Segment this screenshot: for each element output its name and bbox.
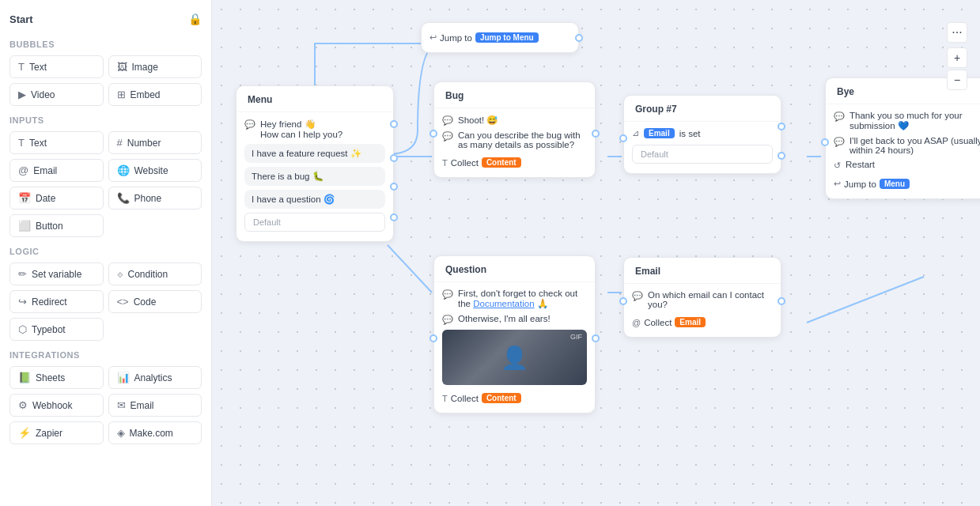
flow-canvas[interactable]: ↩ Jump to Jump to Menu Menu 💬 Hey friend… [212,0,980,506]
question-left-connector [429,334,437,342]
email-label: Email [33,165,57,176]
analytics-icon: 📊 [117,372,130,383]
question-right-connector [592,334,600,342]
sidebar-item-condition[interactable]: ⟐ Condition [108,262,202,285]
image-placeholder: 👤 [501,345,528,371]
bye-jump-label: Jump to [844,179,876,189]
group7-body: ⊿ Email is set Default [624,122,781,173]
webhook-label: Webhook [32,400,72,411]
jump-to-menu-card[interactable]: ↩ Jump to Jump to Menu [421,22,579,53]
collect-tag-bug: Content [482,157,521,168]
jump-icon: ↩ [429,32,437,43]
button-label: Button [36,221,63,232]
sidebar-item-set-variable[interactable]: ✏ Set variable [9,262,104,285]
bye-msg-1: 💬 Thank you so much for your submission … [834,111,980,131]
menu-user-1: I have a feature request ✨ [244,144,385,163]
sidebar-item-embed[interactable]: ⊞ Embed [108,83,202,106]
email-msg-1: 💬 On which email can I contact you? [632,290,773,309]
zoom-in-button[interactable]: + [947,47,967,68]
bye-msg-icon-2: 💬 [834,137,845,147]
make-icon: ◈ [117,427,125,439]
phone-label: Phone [134,193,162,204]
bye-card-body: 💬 Thank you so much for your submission … [826,104,980,198]
question-collect-row: T Collect Content [442,390,587,406]
website-label: Website [134,165,168,176]
bug-msg-1-text: Shoot! 😅 [458,115,498,126]
bye-jump-row: ↩ Jump to Menu [834,176,980,192]
email-card[interactable]: Email 💬 On which email can I contact you… [623,257,781,338]
zoom-out-button[interactable]: − [947,70,967,90]
bye-msg-icon-1: 💬 [834,111,845,122]
condition-icon: ⟐ [117,268,123,280]
bug-right-connector [592,130,600,138]
connector-lines [212,0,980,506]
webhook-icon: ⚙ [18,399,28,411]
email-int-icon: ✉ [117,399,126,411]
sidebar-item-webhook[interactable]: ⚙ Webhook [9,394,104,417]
sidebar-item-analytics[interactable]: 📊 Analytics [108,366,202,389]
email-collect-row: @ Collect Email [632,314,773,330]
sidebar-item-button[interactable]: ⬜ Button [9,214,104,237]
sidebar-item-number[interactable]: # Number [108,131,202,154]
restart-label: Restart [846,160,875,169]
sidebar-item-text[interactable]: T Text [9,55,104,78]
code-label: Code [134,296,157,308]
section-inputs-title: Inputs [9,115,202,125]
sidebar-item-image[interactable]: 🖼 Image [108,55,202,78]
make-label: Make.com [130,428,173,439]
group7-email-tag: Email [644,128,675,138]
sidebar-item-text-input[interactable]: T Text [9,131,104,154]
text-label: Text [29,62,47,73]
question-msg-1-text: First, don't forget to check out the Doc… [458,289,587,309]
bug-card[interactable]: Bug 💬 Shoot! 😅 💬 Can you describe the bu… [433,81,596,178]
sidebar-item-website[interactable]: 🌐 Website [108,159,202,182]
jump-to-label: Jump to [440,33,472,43]
q-msg-icon-2: 💬 [442,315,453,325]
email-msg-text: On which email can I contact you? [648,290,773,309]
sidebar-item-make[interactable]: ◈ Make.com [108,421,202,444]
sidebar-item-redirect[interactable]: ↪ Redirect [9,290,104,313]
question-msg-2-text: Otherwise, I'm all ears! [458,314,551,323]
sidebar-item-typebot[interactable]: ⬡ Typebot [9,318,104,341]
sidebar-item-phone[interactable]: 📞 Phone [108,187,202,210]
group7-card[interactable]: Group #7 ⊿ Email is set Default [623,95,781,174]
question-card-title: Question [434,256,595,282]
sheets-icon: 📗 [18,372,31,383]
collect-icon-bug: T [442,158,448,168]
menu-msg-1: 💬 Hey friend 👋 How can I help you? [244,119,385,139]
sidebar-item-code[interactable]: <> Code [108,290,202,313]
sidebar-item-sheets[interactable]: 📗 Sheets [9,366,104,389]
analytics-label: Analytics [134,372,172,383]
bye-card[interactable]: Bye 💬 Thank you so much for your submiss… [825,77,980,199]
text-input-label: Text [29,138,47,149]
collect-tag-email: Email [675,317,706,327]
date-icon: 📅 [18,192,31,204]
sidebar-item-email[interactable]: @ Email [9,159,104,182]
sidebar-item-date[interactable]: 📅 Date [9,187,104,210]
question-card[interactable]: Question 💬 First, don't forget to check … [433,255,596,413]
sidebar-item-zapier[interactable]: ⚡ Zapier [9,421,104,444]
group7-title: Group #7 [624,96,781,122]
bug-msg-2: 💬 Can you describe the bug with as many … [442,130,587,149]
menu-card-title: Menu [236,86,393,112]
bye-left-connector [821,138,829,146]
collect-label-email: Collect [644,318,672,327]
sidebar: Start 🔒 Bubbles T Text 🖼 Image ▶ Video ⊞… [0,0,212,506]
more-options-button[interactable]: ··· [947,22,967,43]
email-right-connector [778,297,785,305]
menu-user-3: I have a question 🌀 [244,190,385,209]
zapier-label: Zapier [36,428,62,439]
sidebar-item-video[interactable]: ▶ Video [9,83,104,106]
bye-menu-tag: Menu [880,179,910,189]
menu-user-2-text: There is a bug 🐛 [252,172,324,181]
group7-filter-row: ⊿ Email is set [632,128,773,138]
collect-icon-email: @ [632,318,641,327]
card-image: 👤 GIF [442,330,587,385]
group7-left-connector [619,134,627,142]
section-integrations-title: Integrations [9,350,202,360]
collect-label-bug: Collect [451,158,479,168]
sidebar-item-email-int[interactable]: ✉ Email [108,394,202,417]
menu-card[interactable]: Menu 💬 Hey friend 👋 How can I help you? … [236,85,394,242]
group7-right-conn-2 [778,152,785,160]
redirect-icon: ↪ [18,296,27,308]
